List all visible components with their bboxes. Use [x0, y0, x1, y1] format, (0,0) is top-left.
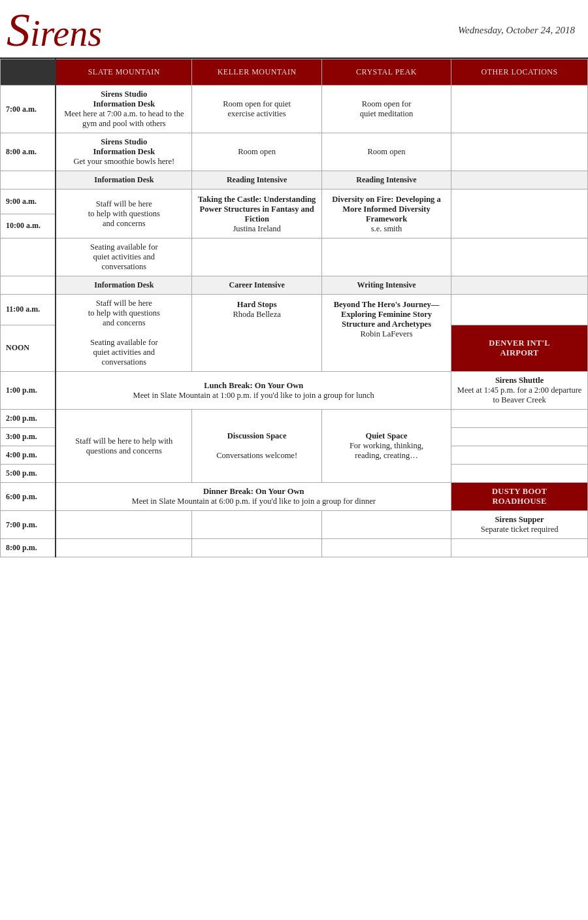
lunch-merged: Lunch Break: On Your Own Meet in Slate M…: [56, 372, 451, 410]
slate-sub-9am: Information Desk: [56, 171, 192, 189]
dinner-merged: Dinner Break: On Your Own Meet in Slate …: [56, 483, 451, 511]
logo: Sirens: [7, 7, 102, 54]
time-10am-2: [1, 238, 56, 276]
time-4pm: 4:00 p.m.: [1, 446, 56, 465]
slate-10am: Seating available forquiet activities an…: [56, 238, 192, 276]
row-8am: 8:00 a.m. Sirens StudioInformation Desk …: [1, 133, 588, 171]
crystal-header: CRYSTAL PEAK: [321, 59, 451, 86]
time-5pm: 5:00 p.m.: [1, 465, 56, 483]
slate-7am: Sirens StudioInformation Desk Meet here …: [56, 86, 192, 133]
other-7am: [451, 86, 588, 133]
time-6pm: 6:00 p.m.: [1, 483, 56, 511]
crystal-9am: Diversity on Fire: Developing a More Inf…: [321, 189, 451, 238]
time-9am: 9:00 a.m.: [1, 189, 56, 214]
schedule-table: SLATE MOUNTAIN KELLER MOUNTAIN CRYSTAL P…: [0, 59, 588, 557]
other-4pm: [451, 446, 588, 465]
other-header: OTHER LOCATIONS: [451, 59, 588, 86]
keller-11am: Hard StopsRhoda Belleza: [192, 295, 321, 372]
subheader-11am: Information Desk Career Intensive Writin…: [1, 276, 588, 295]
other-10am: [451, 238, 588, 276]
keller-7pm: [192, 511, 321, 539]
row-6pm: 6:00 p.m. Dinner Break: On Your Own Meet…: [1, 483, 588, 511]
other-2pm: [451, 410, 588, 428]
row-11am: 11:00 a.m. Staff will be hereto help wit…: [1, 295, 588, 325]
other-7pm: Sirens SupperSeparate ticket required: [451, 511, 588, 539]
keller-header: KELLER MOUNTAIN: [192, 59, 321, 86]
row-8pm: 8:00 p.m.: [1, 539, 588, 557]
crystal-sub-9am: Reading Intensive: [321, 171, 451, 189]
slate-8pm: [56, 539, 192, 557]
keller-10am: [192, 238, 321, 276]
time-header: [1, 59, 56, 86]
other-noon: DENVER INT'LAIRPORT: [451, 325, 588, 371]
row-7am: 7:00 a.m. Sirens StudioInformation Desk …: [1, 86, 588, 133]
column-headers: SLATE MOUNTAIN KELLER MOUNTAIN CRYSTAL P…: [1, 59, 588, 86]
crystal-7am: Room open forquiet meditation: [321, 86, 451, 133]
time-7pm: 7:00 p.m.: [1, 511, 56, 539]
time-7am: 7:00 a.m.: [1, 86, 56, 133]
slate-9am: Staff will be hereto help with questions…: [56, 189, 192, 238]
time-11am: 11:00 a.m.: [1, 295, 56, 325]
other-8pm: [451, 539, 588, 557]
keller-7am: Room open for quietexercise activities: [192, 86, 321, 133]
row-10am-cont: Seating available forquiet activities an…: [1, 238, 588, 276]
time-8pm: 8:00 p.m.: [1, 539, 56, 557]
row-2pm: 2:00 p.m. Staff will be here to help wit…: [1, 410, 588, 428]
other-sub-9am: [451, 171, 588, 189]
time-1pm: 1:00 p.m.: [1, 372, 56, 410]
time-10am: 10:00 a.m.: [1, 214, 56, 238]
crystal-8am: Room open: [321, 133, 451, 171]
slate-header: SLATE MOUNTAIN: [56, 59, 192, 86]
other-5pm: [451, 465, 588, 483]
crystal-10am: [321, 238, 451, 276]
crystal-2pm: Quiet Space For working, thinking,readin…: [321, 410, 451, 483]
time-sub-11am: [1, 276, 56, 295]
crystal-sub-11am: Writing Intensive: [321, 276, 451, 295]
other-sub-11am: [451, 276, 588, 295]
other-8am: [451, 133, 588, 171]
other-3pm: [451, 428, 588, 446]
keller-sub-11am: Career Intensive: [192, 276, 321, 295]
keller-8pm: [192, 539, 321, 557]
slate-7pm: [56, 511, 192, 539]
page-header: Sirens Wednesday, October 24, 2018: [0, 0, 588, 59]
time-sub-9am: [1, 171, 56, 189]
slate-sub-11am: Information Desk: [56, 276, 192, 295]
row-7pm: 7:00 p.m. Sirens SupperSeparate ticket r…: [1, 511, 588, 539]
keller-9am: Taking the Castle: Understanding Power S…: [192, 189, 321, 238]
other-6pm: DUSTY BOOTROADHOUSE: [451, 483, 588, 511]
other-1pm: Sirens ShuttleMeet at 1:45 p.m. for a 2:…: [451, 372, 588, 410]
subheader-9am: Information Desk Reading Intensive Readi…: [1, 171, 588, 189]
other-11am: [451, 295, 588, 325]
row-9am: 9:00 a.m. Staff will be hereto help with…: [1, 189, 588, 214]
keller-8am: Room open: [192, 133, 321, 171]
row-1pm: 1:00 p.m. Lunch Break: On Your Own Meet …: [1, 372, 588, 410]
time-noon: NOON: [1, 325, 56, 371]
slate-8am: Sirens StudioInformation Desk Get your s…: [56, 133, 192, 171]
time-8am: 8:00 a.m.: [1, 133, 56, 171]
keller-sub-9am: Reading Intensive: [192, 171, 321, 189]
time-2pm: 2:00 p.m.: [1, 410, 56, 428]
keller-2pm: Discussion Space Conversations welcome!: [192, 410, 321, 483]
time-3pm: 3:00 p.m.: [1, 428, 56, 446]
date-label: Wednesday, October 24, 2018: [458, 25, 575, 36]
slate-2pm: Staff will be here to help with question…: [56, 410, 192, 483]
other-9am: [451, 189, 588, 238]
slate-11am: Staff will be hereto help with questions…: [56, 295, 192, 372]
crystal-7pm: [321, 511, 451, 539]
crystal-11am: Beyond The Hero's Journey—Exploring Femi…: [321, 295, 451, 372]
crystal-8pm: [321, 539, 451, 557]
